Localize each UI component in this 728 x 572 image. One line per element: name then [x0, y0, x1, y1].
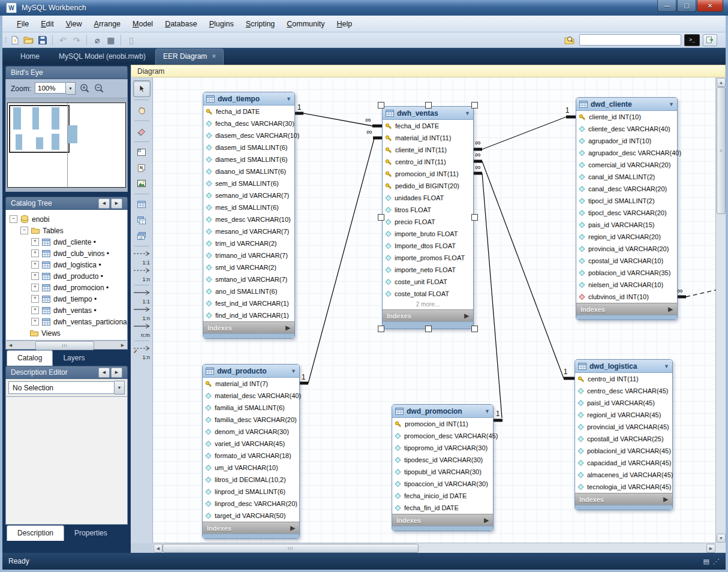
menu-item-database[interactable]: Database — [159, 17, 203, 31]
diagram-canvas[interactable]: 1∞1∞∞1∞1∞1∞dwd_tiempo▼fecha_id DATEfecha… — [153, 77, 716, 543]
tree-row[interactable]: +dwh_ventas • — [10, 305, 127, 316]
column-row[interactable]: regionl_id VARCHAR(45) — [575, 409, 672, 421]
terminal-button[interactable]: >_ — [684, 34, 700, 46]
column-row[interactable]: tipopubl_id VARCHAR(30) — [392, 466, 493, 478]
view-tool[interactable] — [134, 212, 150, 228]
column-row[interactable]: litros_id DECIMAL(10,2) — [203, 474, 299, 486]
column-row[interactable]: paisl_id VARCHAR(45) — [575, 397, 672, 409]
menu-item-view[interactable]: View — [60, 17, 88, 31]
column-row[interactable]: agrupador_id INT(10) — [576, 135, 677, 147]
tab-eer-diagram[interactable]: EER Diagram× — [155, 49, 224, 65]
column-row[interactable]: semano_id VARCHAR(7) — [203, 189, 294, 201]
scroll-right-icon[interactable]: ▶ — [706, 544, 715, 553]
tab-layers[interactable]: Layers — [53, 351, 95, 366]
rel-nm-tool[interactable]: n:m — [132, 321, 151, 338]
indexes-footer[interactable]: Indexes▶ — [203, 321, 294, 333]
scroll-right-icon[interactable]: ▶ — [118, 341, 127, 349]
column-row[interactable]: importe_promos FLOAT — [383, 252, 473, 264]
column-row[interactable]: promocion_desc VARCHAR(45) — [392, 430, 493, 442]
column-row[interactable]: poblacion_id VARCHAR(35) — [576, 267, 677, 279]
column-row[interactable]: importe_neto FLOAT — [383, 264, 473, 276]
menu-item-plugins[interactable]: Plugins — [203, 17, 240, 31]
column-row[interactable]: capacidad_id VARCHAR(45) — [575, 457, 672, 469]
select-tool[interactable] — [133, 80, 151, 97]
column-row[interactable]: tipopromo_id VARCHAR(30) — [392, 442, 493, 454]
tree-row[interactable]: +dwd_cliente • — [10, 236, 127, 248]
tab-description[interactable]: Description — [7, 525, 64, 541]
scroll-up-icon[interactable]: ▲ — [717, 78, 726, 87]
column-row[interactable]: mes_id SMALLINT(6) — [203, 201, 294, 213]
rel-tiempo-ventas[interactable] — [303, 113, 372, 126]
column-row[interactable]: diasem_desc VARCHAR(10) — [203, 130, 294, 142]
collapse-arrow-icon[interactable]: ▼ — [465, 110, 470, 116]
zoom-select[interactable]: 100% — [35, 82, 66, 94]
collapse-arrow-icon[interactable]: ▼ — [669, 101, 674, 107]
column-row[interactable]: cliente_desc VARCHAR(40) — [576, 123, 677, 135]
selection-handle[interactable] — [378, 214, 384, 221]
menu-item-help[interactable]: Help — [331, 17, 359, 31]
rel-11-noniden-tool[interactable]: 1:1 — [132, 249, 151, 266]
column-row[interactable]: fecha_id DATE — [203, 106, 294, 118]
selection-handle[interactable] — [425, 102, 432, 109]
selection-handle[interactable] — [471, 214, 478, 221]
column-row[interactable]: precio FLOAT — [383, 216, 473, 228]
tree-expander-icon[interactable]: + — [31, 306, 39, 314]
routine-group-tool[interactable]: o8 — [134, 228, 150, 243]
column-row[interactable]: clubvinos_id INT(10) — [576, 291, 677, 303]
column-row[interactable]: smt_id VARCHAR(2) — [203, 261, 294, 273]
column-row[interactable]: linprod_desc VARCHAR(20) — [203, 498, 299, 510]
column-row[interactable]: diames_id SMALLINT(6) — [203, 153, 294, 165]
indexes-footer[interactable]: Indexes▶ — [383, 309, 473, 321]
panel-next-button[interactable]: ▶ — [111, 368, 122, 378]
tab-catalog[interactable]: Catalog — [7, 350, 53, 366]
expand-indexes-icon[interactable]: ▶ — [285, 324, 290, 331]
horizontal-scroll-thumb[interactable]: III — [163, 544, 419, 553]
column-row[interactable]: cliente_id INT(11) — [383, 144, 473, 156]
column-row[interactable]: denom_id VARCHAR(30) — [203, 426, 299, 438]
tree-row[interactable]: Routine Groups — [10, 339, 127, 341]
tab-close-icon[interactable]: × — [212, 52, 216, 61]
note-tool[interactable]: N — [134, 160, 150, 176]
indexes-footer[interactable]: Indexes▶ — [575, 493, 672, 505]
column-row[interactable]: fest_ind_id VARCHAR(1) — [203, 297, 294, 309]
indexes-footer[interactable]: Indexes▶ — [203, 522, 299, 534]
column-row[interactable]: um_id VARCHAR(10) — [203, 462, 299, 474]
tree-row[interactable]: +dwd_tiempo • — [10, 293, 127, 305]
column-row[interactable]: fecha_desc VARCHAR(30) — [203, 118, 294, 130]
vertical-scrollbar[interactable]: ▲ ≡ ▼ — [715, 77, 726, 543]
column-row[interactable]: smtano_id VARCHAR(7) — [203, 273, 294, 285]
rel-1n-noniden-tool[interactable]: 1:n — [132, 266, 151, 282]
maximize-button[interactable]: ▢ — [677, 0, 696, 12]
open-model-icon[interactable] — [22, 34, 35, 46]
column-row[interactable]: mesano_id VARCHAR(7) — [203, 225, 294, 237]
column-row[interactable]: trim_id VARCHAR(2) — [203, 237, 294, 249]
tree-expander-icon[interactable]: + — [31, 284, 39, 291]
table-widget-dwd_logistica[interactable]: dwd_logistica▼centro_id INT(11)centro_de… — [574, 359, 673, 510]
tree-row[interactable]: +dwh_ventas_particionad — [10, 316, 127, 327]
more-columns-label[interactable]: 2 more... — [383, 300, 473, 309]
selection-handle[interactable] — [471, 326, 478, 332]
tree-expander-icon[interactable]: + — [31, 238, 39, 246]
tree-expander-icon[interactable]: + — [31, 261, 39, 269]
zoom-dropdown-arrow-icon[interactable]: ▼ — [66, 82, 76, 95]
column-row[interactable]: canal_desc VARCHAR(20) — [576, 183, 677, 195]
rel-ventas-cliente[interactable] — [482, 117, 566, 149]
column-row[interactable]: material_desc VARCHAR(40) — [203, 390, 299, 402]
table-widget-dwd_promocion[interactable]: dwd_promocion▼promocion_id INT(11)promoc… — [392, 404, 494, 531]
selection-handle[interactable] — [378, 102, 384, 109]
tree-row[interactable]: −enobi — [10, 213, 127, 225]
table-header[interactable]: dwh_ventas▼ — [383, 107, 473, 120]
column-row[interactable]: cliente_id INT(10) — [576, 111, 677, 123]
panel-next-button[interactable]: ▶ — [111, 198, 122, 209]
column-row[interactable]: poblacionl_id VARCHAR(45) — [575, 445, 672, 457]
column-row[interactable]: material_id INT(11) — [383, 132, 473, 144]
table-header[interactable]: dwd_cliente▼ — [576, 98, 677, 111]
tree-expander-icon[interactable]: − — [10, 215, 17, 223]
minimize-button[interactable]: — — [657, 0, 676, 12]
close-button[interactable]: ✕ — [697, 0, 723, 12]
table-header[interactable]: dwd_tiempo▼ — [203, 92, 294, 106]
tab-properties[interactable]: Properties — [64, 526, 118, 541]
column-row[interactable]: find_ind_id VARCHAR(1) — [203, 309, 294, 321]
column-row[interactable]: sem_id SMALLINT(6) — [203, 177, 294, 189]
table-widget-dwd_tiempo[interactable]: dwd_tiempo▼fecha_id DATEfecha_desc VARCH… — [203, 92, 295, 339]
